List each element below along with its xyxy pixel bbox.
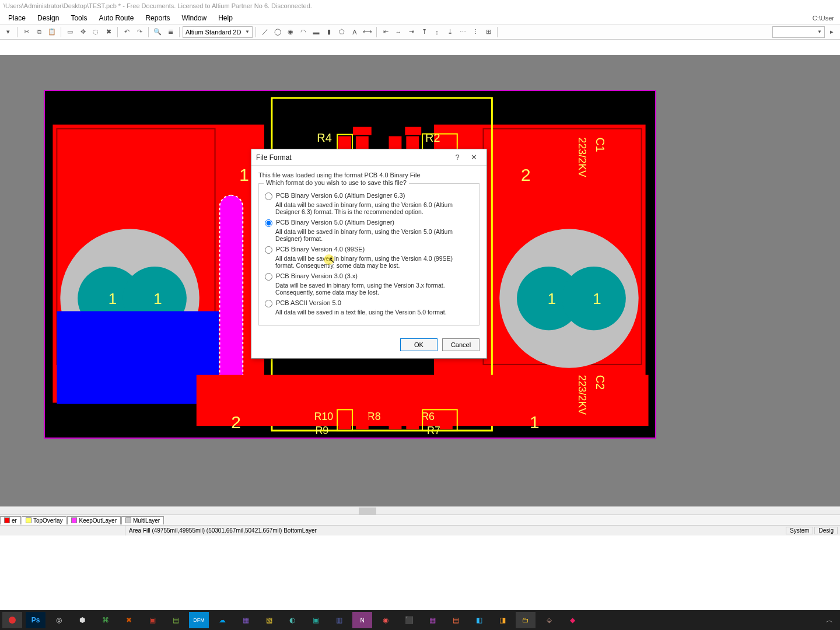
format-radio[interactable] <box>265 219 272 227</box>
fill-icon[interactable]: ▬ <box>310 26 322 38</box>
ok-button[interactable]: OK <box>400 338 438 351</box>
dim-icon[interactable]: ⟷ <box>362 26 373 38</box>
designator: 2 <box>231 412 241 432</box>
app-icon[interactable]: ◨ <box>492 612 512 628</box>
app-icon[interactable]: ▦ <box>422 612 442 628</box>
menu-tools[interactable]: Tools <box>65 13 93 23</box>
format-option[interactable]: PCB Binary Version 4.0 (99SE) <box>265 246 473 254</box>
align-h-icon[interactable]: ↔ <box>393 26 404 38</box>
statusbar: Area Fill (49755mil,49955mil) (50301.667… <box>0 525 840 536</box>
dialog-titlebar[interactable]: File Format ? ✕ <box>251 149 487 166</box>
app-icon[interactable]: ▥ <box>329 612 349 628</box>
poly-icon[interactable]: ⬠ <box>336 26 348 38</box>
app-icon[interactable]: ⌘ <box>96 612 116 628</box>
deselect-icon[interactable]: ◌ <box>90 26 102 38</box>
status-design[interactable]: Desig <box>814 527 838 534</box>
move-icon[interactable]: ✥ <box>77 26 89 38</box>
menu-place[interactable]: Place <box>2 13 32 23</box>
pad-icon[interactable]: ◯ <box>272 26 284 38</box>
menu-auto-route[interactable]: Auto Route <box>93 13 139 23</box>
svg-rect-28 <box>392 393 405 410</box>
app-icon[interactable]: ☁ <box>212 612 232 628</box>
menu-design[interactable]: Design <box>32 13 65 23</box>
format-radio[interactable] <box>265 273 272 281</box>
line-icon[interactable]: ／ <box>259 26 271 38</box>
close-icon[interactable]: ✕ <box>466 153 482 162</box>
format-option[interactable]: PCB Binary Version 3.0 (3.x) <box>265 272 473 281</box>
horizontal-scrollbar[interactable] <box>0 506 840 514</box>
via-icon[interactable]: ◉ <box>285 26 296 38</box>
copy-icon[interactable]: ⧉ <box>33 26 45 38</box>
region-icon[interactable]: ▮ <box>323 26 335 38</box>
app-icon[interactable]: ▣ <box>306 612 326 628</box>
align-bottom-icon[interactable]: ⤓ <box>444 26 456 38</box>
format-option[interactable]: PCB Binary Version 6.0 (Altium Designer … <box>265 192 473 200</box>
format-radio[interactable] <box>265 246 272 254</box>
grid-icon[interactable]: ⊞ <box>482 26 494 38</box>
zoom-icon[interactable]: 🔍 <box>152 26 163 38</box>
align-right-icon[interactable]: ⇥ <box>405 26 417 38</box>
app-icon[interactable]: ✖ <box>119 612 139 628</box>
app-icon[interactable]: ▦ <box>236 612 256 628</box>
menu-reports[interactable]: Reports <box>139 13 176 23</box>
tray-expand-icon[interactable]: ︿ <box>821 615 838 625</box>
record-icon[interactable] <box>2 612 22 628</box>
app-icon[interactable]: ▤ <box>166 612 186 628</box>
svg-rect-31 <box>338 413 351 429</box>
app-icon[interactable]: ▧ <box>259 612 279 628</box>
onenote-icon[interactable]: N <box>352 612 372 628</box>
help-icon[interactable]: ? <box>449 153 466 162</box>
right-combo[interactable]: ▼ <box>772 26 825 38</box>
app-icon[interactable]: ◆ <box>562 612 582 628</box>
layer-tab[interactable]: MultiLayer <box>121 516 164 524</box>
format-option[interactable]: PCB Binary Version 5.0 (Altium Designer) <box>265 219 473 227</box>
app-icon[interactable]: ⬢ <box>72 612 92 628</box>
align-top-icon[interactable]: ⤒ <box>418 26 430 38</box>
layer-tabs: er TopOverlay KeepOutLayer MultiLayer <box>0 514 840 525</box>
app-icon[interactable]: ◧ <box>469 612 489 628</box>
select-icon[interactable]: ▭ <box>64 26 76 38</box>
app-icon[interactable]: ⬛ <box>399 612 419 628</box>
layer-tab[interactable]: er <box>0 516 21 524</box>
layers-icon[interactable]: ≣ <box>164 26 176 38</box>
space-v-icon[interactable]: ⋮ <box>470 26 481 38</box>
svg-rect-33 <box>389 413 402 429</box>
format-desc: All data will be saved in binary form, u… <box>275 255 473 269</box>
format-radio[interactable] <box>265 192 272 200</box>
action-icon[interactable]: ▸ <box>826 26 838 38</box>
layer-tab[interactable]: KeepOutLayer <box>67 516 121 524</box>
align-v-icon[interactable]: ↕ <box>431 26 443 38</box>
app-icon[interactable]: ◐ <box>282 612 302 628</box>
clear-icon[interactable]: ✖ <box>103 26 114 38</box>
app-icon[interactable]: ◎ <box>49 612 69 628</box>
format-option[interactable]: PCB ASCII Version 5.0 <box>265 299 473 307</box>
undo-icon[interactable]: ↶ <box>121 26 132 38</box>
align-left-icon[interactable]: ⇤ <box>380 26 391 38</box>
explorer-icon[interactable]: 🗀 <box>516 612 536 628</box>
cut-icon[interactable]: ✂ <box>20 26 32 38</box>
arc-icon[interactable]: ◠ <box>298 26 309 38</box>
menu-help[interactable]: Help <box>212 13 239 23</box>
text-icon[interactable]: A <box>349 26 360 38</box>
space-h-icon[interactable]: ⋯ <box>457 26 468 38</box>
photoshop-icon[interactable]: Ps <box>26 612 46 628</box>
cancel-button[interactable]: Cancel <box>442 338 480 351</box>
app-icon[interactable]: ▣ <box>142 612 162 628</box>
view-mode-combo[interactable]: Altium Standard 2D ▼ <box>183 26 253 38</box>
paste-icon[interactable]: 📋 <box>46 26 58 38</box>
svg-rect-26 <box>341 393 354 410</box>
app-icon[interactable]: ⬙ <box>539 612 559 628</box>
scrollbar-thumb[interactable] <box>359 508 376 514</box>
format-radio[interactable] <box>265 300 272 307</box>
app-icon[interactable]: ◉ <box>376 612 396 628</box>
designator: R8 <box>368 411 381 422</box>
app-icon[interactable]: DFM <box>189 612 209 628</box>
value: 223/2KV <box>576 137 588 177</box>
redo-icon[interactable]: ↷ <box>134 26 145 38</box>
format-label: PCB ASCII Version 5.0 <box>276 299 341 306</box>
tool-dropdown-1[interactable]: ▾ <box>2 26 14 38</box>
status-system[interactable]: System <box>786 527 813 534</box>
app-icon[interactable]: ▤ <box>446 612 466 628</box>
layer-tab[interactable]: TopOverlay <box>22 516 67 524</box>
menu-window[interactable]: Window <box>176 13 212 23</box>
